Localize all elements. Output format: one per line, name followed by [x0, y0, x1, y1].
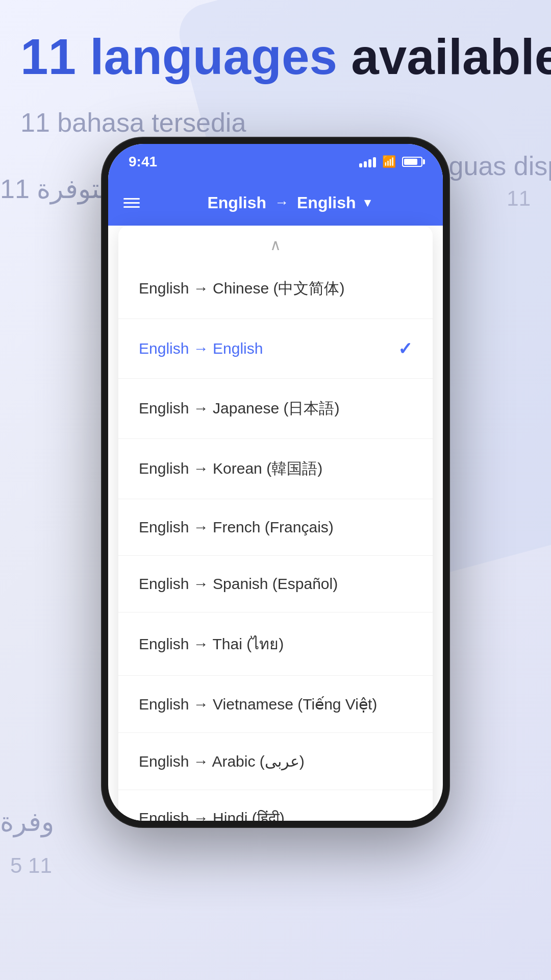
language-item-label: English → Japanese (日本語) [139, 398, 340, 419]
battery-icon [402, 157, 422, 167]
language-item-label: English → English [139, 340, 263, 357]
language-dropdown[interactable]: ∧ English → Chinese (中文简体)English → Engl… [118, 226, 433, 821]
language-item-label: English → Chinese (中文简体) [139, 278, 344, 299]
language-list: English → Chinese (中文简体)English → Englis… [118, 259, 433, 821]
language-list-item[interactable]: English → Thai (ไทย) [118, 612, 433, 676]
chevron-down-icon[interactable]: ▾ [364, 195, 370, 210]
bg-title-highlight: 11 languages [20, 29, 337, 85]
arrow-right-icon: → [274, 194, 289, 211]
phone-outer: 9:41 📶 [102, 138, 449, 827]
language-item-label: English → Thai (ไทย) [139, 632, 284, 656]
menu-button[interactable] [123, 198, 140, 208]
language-list-item[interactable]: English → Arabic (عربی) [118, 733, 433, 790]
status-time: 9:41 [129, 154, 157, 170]
language-list-item[interactable]: English → Chinese (中文简体) [118, 259, 433, 319]
phone-mockup: 9:41 📶 [102, 138, 449, 827]
status-bar: 9:41 📶 [108, 144, 443, 180]
bg-title-normal: available [337, 29, 551, 85]
bg-title: 11 languages available [20, 28, 551, 86]
bg-subtitle-indonesian: 11 bahasa tersedia [20, 107, 246, 138]
language-item-label: English → Korean (韓国語) [139, 458, 322, 479]
language-list-item[interactable]: English → English✓ [118, 319, 433, 379]
selected-checkmark-icon: ✓ [398, 338, 412, 359]
language-list-item[interactable]: English → Korean (韓国語) [118, 439, 433, 499]
signal-icon [359, 156, 376, 167]
language-list-item[interactable]: English → Spanish (Español) [118, 556, 433, 612]
language-list-item[interactable]: English → Hindi (हिंदी) [118, 790, 433, 821]
bg-bottom-num: 5 11 [10, 853, 52, 878]
header-language-selector[interactable]: English → English ▾ [150, 193, 428, 212]
status-icons: 📶 [359, 155, 422, 168]
language-list-item[interactable]: English → Vietnamese (Tiếng Việt) [118, 676, 433, 733]
app-header: English → English ▾ [108, 180, 443, 226]
header-source-lang: English [207, 193, 266, 212]
language-item-label: English → Hindi (हिंदी) [139, 810, 285, 821]
language-item-label: English → Vietnamese (Tiếng Việt) [139, 695, 377, 713]
language-item-label: English → Spanish (Español) [139, 575, 338, 593]
wifi-icon: 📶 [382, 155, 396, 168]
bg-bottom-arabic: وفرة [0, 806, 54, 837]
language-item-label: English → Arabic (عربی) [139, 752, 305, 770]
language-list-item[interactable]: English → French (Français) [118, 499, 433, 556]
language-list-item[interactable]: English → Japanese (日本語) [118, 379, 433, 439]
bg-subtitle-number: 11 [507, 186, 531, 211]
phone-inner: 9:41 📶 [108, 144, 443, 821]
language-item-label: English → French (Français) [139, 519, 334, 536]
chevron-up-icon[interactable]: ∧ [118, 226, 433, 259]
header-target-lang: English [297, 193, 356, 212]
